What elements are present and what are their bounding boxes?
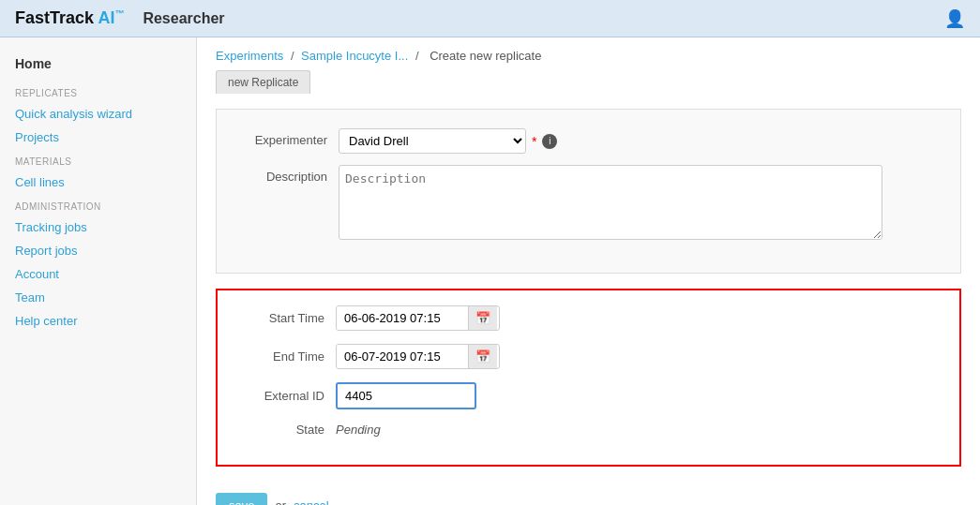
or-text: or [275, 498, 286, 505]
required-indicator: * [532, 134, 536, 149]
start-time-wrapper: 📅 [336, 305, 500, 331]
sidebar-item-cell-lines[interactable]: Cell lines [0, 171, 196, 194]
experimenter-control: David Drell * i [339, 128, 942, 154]
page-title: Researcher [143, 10, 944, 27]
sidebar-item-help-center[interactable]: Help center [0, 309, 196, 333]
sidebar-home[interactable]: Home [0, 52, 196, 81]
tab-new-replicate[interactable]: new Replicate [216, 70, 310, 94]
sidebar-item-tracking-jobs[interactable]: Tracking jobs [0, 215, 196, 239]
sidebar-item-report-jobs[interactable]: Report jobs [0, 239, 196, 262]
end-time-input[interactable] [337, 345, 468, 368]
sidebar: Home REPLICATES Quick analysis wizard Pr… [0, 37, 197, 505]
form-area: Experimenter David Drell * i Description [216, 109, 961, 274]
logo-fast: Fast [15, 8, 50, 27]
external-id-input[interactable] [336, 382, 476, 409]
external-id-label: External ID [233, 389, 336, 403]
app-logo: FastTrack AI™ [15, 8, 124, 28]
breadcrumb-current: Create new replicate [430, 49, 541, 63]
breadcrumb: Experiments / Sample Incucyte I... / Cre… [197, 37, 980, 70]
main-content: Experiments / Sample Incucyte I... / Cre… [197, 37, 980, 505]
description-control [339, 165, 942, 243]
end-time-label: End Time [233, 349, 336, 364]
sidebar-item-projects[interactable]: Projects [0, 126, 196, 149]
save-button[interactable]: save [216, 493, 267, 505]
sidebar-section-materials: MATERIALS [0, 149, 196, 171]
state-label: State [233, 423, 336, 437]
form-actions: save or cancel [197, 482, 980, 505]
tab-bar: new Replicate [197, 70, 980, 94]
breadcrumb-sep-1: / [291, 49, 297, 63]
logo-ai: AI [98, 8, 114, 27]
state-value: Pending [336, 423, 381, 437]
experimenter-row: Experimenter David Drell * i [235, 128, 942, 154]
external-id-row: External ID [233, 382, 944, 409]
breadcrumb-sample[interactable]: Sample Incucyte I... [301, 49, 408, 63]
description-label: Description [235, 165, 339, 184]
main-layout: Home REPLICATES Quick analysis wizard Pr… [0, 37, 980, 505]
cancel-link[interactable]: cancel [294, 498, 329, 505]
info-icon[interactable]: i [542, 134, 557, 149]
end-time-calendar-button[interactable]: 📅 [468, 345, 497, 368]
description-row: Description [235, 165, 942, 243]
end-time-wrapper: 📅 [336, 344, 500, 369]
end-time-row: End Time 📅 [233, 344, 944, 369]
breadcrumb-experiments[interactable]: Experiments [216, 49, 283, 63]
app-header: FastTrack AI™ Researcher 👤 [0, 0, 980, 37]
sidebar-item-team[interactable]: Team [0, 286, 196, 309]
start-time-input[interactable] [337, 306, 468, 330]
start-time-calendar-button[interactable]: 📅 [468, 306, 497, 330]
breadcrumb-sep-2: / [415, 49, 422, 63]
logo-track: Track [50, 8, 94, 27]
experimenter-label: Experimenter [235, 128, 339, 147]
start-time-row: Start Time 📅 [233, 305, 944, 331]
state-row: State Pending [233, 423, 944, 437]
highlight-box: Start Time 📅 End Time 📅 External ID [216, 289, 961, 467]
start-time-label: Start Time [233, 311, 336, 325]
sidebar-section-replicates: REPLICATES [0, 81, 196, 102]
logo-tm: ™ [114, 8, 124, 19]
sidebar-section-administration: ADMINISTRATION [0, 194, 196, 215]
sidebar-item-account[interactable]: Account [0, 262, 196, 286]
sidebar-item-quick-analysis-wizard[interactable]: Quick analysis wizard [0, 102, 196, 126]
user-icon[interactable]: 👤 [944, 8, 965, 29]
experimenter-select[interactable]: David Drell [339, 128, 526, 154]
description-textarea[interactable] [339, 165, 882, 240]
